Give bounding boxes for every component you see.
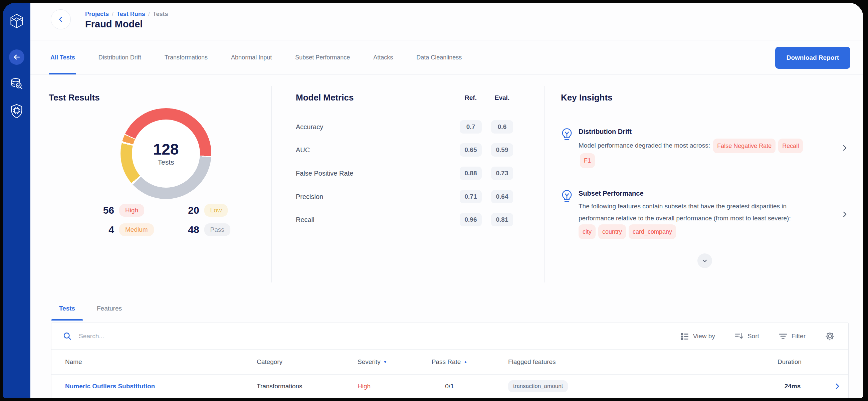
- shield-chip-icon: [10, 103, 24, 119]
- insight-description: Model performance degraded the most acro…: [579, 142, 710, 149]
- donut-center: 128 Tests: [132, 120, 200, 188]
- chevron-right-icon: [833, 382, 841, 390]
- table-toolbar: View by Sort Filter: [680, 331, 835, 341]
- breadcrumb-test-runs[interactable]: Test Runs: [117, 11, 145, 18]
- metric-label: Recall: [296, 213, 314, 226]
- view-by-label: View by: [693, 333, 715, 340]
- legend-item-low: 20 Low: [183, 204, 230, 217]
- metric-eval-value: 0.6: [491, 120, 513, 133]
- breadcrumb-projects[interactable]: Projects: [85, 11, 109, 18]
- metric-ref-value: 0.96: [460, 213, 482, 226]
- legend-item-medium: 4 Medium: [98, 223, 154, 236]
- test-category: Transformations: [257, 383, 303, 390]
- sort-label: Sort: [747, 333, 759, 340]
- back-button[interactable]: [51, 9, 71, 29]
- low-count: 20: [183, 205, 199, 216]
- severity-header-label: Severity: [358, 358, 380, 366]
- pass-count: 48: [183, 224, 199, 236]
- table-settings-button[interactable]: [825, 331, 835, 341]
- test-flagged-features: transaction_amount: [508, 380, 568, 392]
- feature-badge: card_company: [629, 224, 676, 239]
- app-window: Projects / Test Runs / Tests Fraud Model…: [0, 0, 868, 401]
- show-more-insights-button[interactable]: [698, 253, 712, 268]
- sort-button[interactable]: Sort: [735, 332, 759, 341]
- row-open-chevron[interactable]: [833, 382, 841, 390]
- tab-tests[interactable]: Tests: [52, 297, 83, 320]
- insight-subset-performance[interactable]: Subset Performance The following feature…: [561, 190, 849, 239]
- table-search-row: View by Sort Filter: [52, 323, 848, 349]
- results-tabbar: Tests Features: [52, 297, 130, 320]
- column-header-name[interactable]: Name: [65, 358, 82, 366]
- flagged-feature-badge: transaction_amount: [508, 380, 568, 392]
- test-results-title: Test Results: [49, 92, 100, 103]
- lightbulb-icon: [561, 128, 573, 141]
- panel-divider: [271, 86, 272, 282]
- metric-label: Precision: [296, 190, 323, 203]
- sort-asc-icon: ▲: [463, 360, 467, 364]
- search-icon: [63, 332, 72, 341]
- sidebar-collapse-button[interactable]: [9, 50, 24, 65]
- insight-expand-chevron[interactable]: [841, 144, 849, 152]
- medium-badge: Medium: [119, 223, 154, 236]
- metric-ref-value: 0.71: [460, 190, 482, 203]
- filter-button[interactable]: Filter: [778, 332, 806, 341]
- sidebar: [3, 3, 30, 398]
- download-report-button[interactable]: Download Report: [775, 47, 850, 69]
- pass-badge: Pass: [204, 223, 230, 236]
- database-search-icon: [9, 77, 24, 91]
- test-results-donut-chart: 128 Tests: [121, 108, 211, 199]
- metric-ref-value: 0.88: [460, 166, 482, 180]
- test-name-link[interactable]: Numeric Outliers Substitution: [65, 383, 155, 390]
- column-header-category[interactable]: Category: [257, 358, 282, 366]
- table-row[interactable]: Numeric Outliers Substitution Transforma…: [52, 375, 848, 398]
- high-badge: High: [119, 204, 144, 217]
- breadcrumb-separator: /: [148, 11, 150, 18]
- metric-badge: F1: [580, 153, 595, 168]
- insight-distribution-drift[interactable]: Distribution Drift Model performance deg…: [561, 128, 849, 168]
- insight-expand-chevron[interactable]: [841, 210, 849, 218]
- search-input[interactable]: [78, 332, 379, 340]
- panel-divider: [544, 86, 545, 282]
- insight-body: Subset Performance The following feature…: [579, 190, 818, 239]
- chevron-right-icon: [841, 144, 849, 152]
- feature-badge: city: [579, 224, 596, 239]
- key-insights-title: Key Insights: [561, 92, 613, 103]
- donut-total-label: Tests: [158, 158, 174, 166]
- column-header-duration[interactable]: Duration: [778, 358, 808, 366]
- page-title: Fraud Model: [85, 19, 143, 30]
- tab-distribution-drift[interactable]: Distribution Drift: [98, 40, 141, 74]
- metric-eval-value: 0.59: [491, 143, 513, 157]
- donut-total-value: 128: [153, 141, 179, 158]
- metric-eval-value: 0.73: [491, 166, 513, 180]
- sidebar-item-data[interactable]: [9, 77, 24, 91]
- tab-data-cleanliness[interactable]: Data Cleanliness: [416, 40, 462, 74]
- metric-badge: False Negative Rate: [713, 138, 776, 153]
- metric-ref-value: 0.7: [460, 120, 482, 133]
- insight-text: The following features contain subsets t…: [579, 201, 818, 239]
- sidebar-item-security[interactable]: [10, 103, 24, 119]
- tab-attacks[interactable]: Attacks: [373, 40, 393, 74]
- column-header-severity[interactable]: Severity▼: [358, 358, 387, 366]
- breadcrumb-tests: Tests: [153, 11, 168, 18]
- column-header-pass-rate[interactable]: Pass Rate▲: [429, 358, 470, 366]
- main-content: Projects / Test Runs / Tests Fraud Model…: [30, 3, 863, 398]
- view-by-button[interactable]: View by: [680, 332, 715, 341]
- tab-transformations[interactable]: Transformations: [164, 40, 208, 74]
- breadcrumb-separator: /: [112, 11, 114, 18]
- tab-subset-performance[interactable]: Subset Performance: [295, 40, 350, 74]
- key-insights-panel: Key Insights Distribution Drift Model pe…: [561, 74, 855, 290]
- metric-eval-value: 0.81: [491, 213, 513, 226]
- test-results-panel: Test Results 128 Tests 56 High 20 Low 4: [49, 74, 271, 290]
- view-by-icon: [680, 332, 689, 341]
- test-duration: 24ms: [778, 383, 808, 390]
- chevron-right-icon: [841, 210, 849, 218]
- test-severity: High: [358, 383, 371, 390]
- lightbulb-icon: [561, 190, 573, 203]
- tab-features[interactable]: Features: [89, 297, 130, 320]
- tab-all-tests[interactable]: All Tests: [51, 40, 75, 74]
- breadcrumb: Projects / Test Runs / Tests: [85, 11, 168, 18]
- column-header-flagged-features[interactable]: Flagged features: [508, 358, 556, 366]
- tests-table: View by Sort Filter: [51, 322, 849, 398]
- tab-abnormal-input[interactable]: Abnormal Input: [231, 40, 272, 74]
- gear-icon: [825, 331, 835, 341]
